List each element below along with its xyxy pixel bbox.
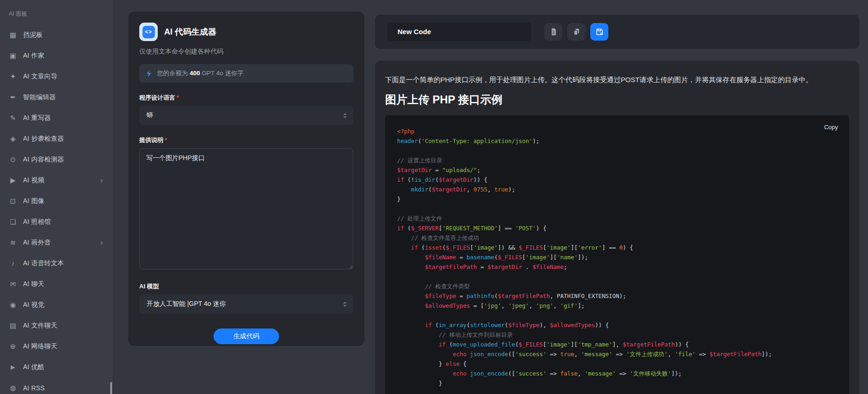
code-brackets-icon: <> (143, 26, 155, 38)
sidebar-scrollbar-thumb[interactable] (110, 382, 112, 394)
copy-icon (572, 28, 581, 36)
php-code: <?phpheader('Content-Type: application/j… (397, 126, 838, 388)
sidebar-item-label: AI 照相馆 (23, 218, 51, 226)
video-icon: ▶ (8, 176, 18, 185)
sidebar-item-label: AI 网络聊天 (23, 342, 58, 351)
code-generator-icon: <> (139, 23, 158, 41)
pencil-icon: ✎ (8, 114, 18, 122)
sidebar-item-label: AI 画外音 (23, 239, 51, 247)
feather-icon: ✒ (8, 93, 18, 101)
generated-output-panel: 下面是一个简单的PHP接口示例，用于处理图片上传。这个代码段将接受通过POST请… (375, 61, 859, 394)
rss-icon: ◍ (8, 384, 18, 392)
sidebar-item-label: AI 聊天 (23, 280, 44, 288)
file-chat-icon: ▤ (8, 322, 18, 330)
code-generator-panel: <> AI 代码生成器 仅使用文本命令创建各种代码 您的余额为 400 GPT … (128, 12, 364, 346)
language-select[interactable]: 蟒 (139, 106, 353, 125)
instructions-textarea[interactable]: 写一个图片PHP接口 (139, 148, 353, 269)
sidebar: AI 面板 ▦挡泥板▣AI 作家✦AI 文章向导✒智能编辑器✎AI 重写器◈AI… (0, 0, 113, 394)
sidebar-item[interactable]: ▣AI 作家 (0, 45, 113, 66)
sidebar-item-label: AI 重写器 (23, 114, 51, 122)
code-line: if (isset($_FILES['image']) && $_FILES['… (397, 243, 838, 252)
photo-studio-icon: ❏ (8, 218, 18, 226)
save-document-button[interactable] (590, 23, 608, 41)
sidebar-item-label: AI 作家 (23, 52, 44, 60)
code-title-input[interactable]: New Code (387, 23, 531, 41)
sidebar-item[interactable]: ✎AI 重写器 (0, 107, 113, 128)
sidebar-item[interactable]: ♪AI 语音转文本 (0, 253, 113, 274)
code-line: mkdir($targetDir, 0755, true); (397, 185, 838, 194)
code-line: if ($_SERVER['REQUEST_METHOD'] == 'POST'… (397, 223, 838, 233)
speech-to-text-icon: ♪ (8, 259, 18, 267)
sidebar-item[interactable]: ►AI 优酷 (0, 357, 113, 377)
code-line (397, 272, 838, 281)
chip-icon: ▣ (8, 52, 18, 60)
code-line: echo json_encode(['success' => true, 'me… (397, 349, 838, 359)
output-heading: 图片上传 PHP 接口示例 (385, 92, 849, 107)
sidebar-item[interactable]: ◈AI 抄袭检查器 (0, 128, 113, 149)
code-line: // 移动上传文件到目标目录 (397, 330, 838, 340)
chevron-right-icon: › (101, 177, 103, 184)
shield-check-icon: ◈ (8, 135, 18, 143)
dashboard-icon: ▦ (8, 31, 18, 39)
code-line: $allowedTypes = ['jpg', 'jpeg', 'png', '… (397, 301, 838, 310)
web-chat-icon: ⊕ (8, 342, 18, 351)
sidebar-item[interactable]: ✉AI 聊天 (0, 274, 113, 294)
sidebar-item[interactable]: ⊙AI 内容检测器 (0, 149, 113, 170)
panel-header: <> AI 代码生成器 (139, 23, 353, 41)
sidebar-item-label: AI 优酷 (23, 363, 44, 371)
sidebar-item-label: AI 内容检测器 (23, 155, 64, 164)
sidebar-nav: ▦挡泥板▣AI 作家✦AI 文章向导✒智能编辑器✎AI 重写器◈AI 抄袭检查器… (0, 24, 113, 394)
sidebar-item[interactable]: ◍AI RSS (0, 377, 113, 394)
sidebar-item[interactable]: ✦AI 文章向导 (0, 66, 113, 87)
model-select[interactable]: 开放人工智能 |GPT 4o 迷你 (139, 294, 353, 314)
sidebar-item[interactable]: ◉AI 视觉 (0, 294, 113, 315)
sparkles-icon: ✦ (8, 72, 18, 81)
code-line (397, 204, 838, 214)
sidebar-item-label: 智能编辑器 (23, 93, 56, 101)
code-line: $fileType = pathinfo($targetFilePath, PA… (397, 291, 838, 301)
detector-icon: ⊙ (8, 155, 18, 164)
lightning-icon (146, 70, 152, 77)
page-title: AI 代码生成器 (164, 26, 216, 37)
code-line: } (397, 378, 838, 388)
sidebar-item[interactable]: ⊡AI 图像 (0, 191, 113, 211)
sidebar-item-label: AI 视觉 (23, 301, 44, 309)
chevron-right-icon: › (101, 239, 103, 246)
sidebar-item[interactable]: ❏AI 照相馆 (0, 211, 113, 232)
sidebar-item[interactable]: ▤AI 文件聊天 (0, 315, 113, 336)
image-icon: ⊡ (8, 197, 18, 205)
chevron-updown-icon (343, 302, 347, 307)
code-line: if (in_array(strtolower($fileType), $all… (397, 320, 838, 330)
model-label: AI 模型 (139, 282, 353, 291)
document-icon (549, 28, 558, 36)
language-label: 程序设计语言* (139, 94, 353, 102)
sidebar-item-label: AI 视频 (23, 176, 44, 185)
sidebar-item-label: AI 语音转文本 (23, 259, 64, 268)
code-line: // 检查文件是否上传成功 (397, 233, 838, 243)
code-line (397, 310, 838, 320)
copy-document-button[interactable] (567, 23, 585, 41)
code-line: $fileName = basename($_FILES['image']['n… (397, 252, 838, 262)
sidebar-item[interactable]: ▶AI 视频› (0, 170, 113, 191)
sidebar-item[interactable]: ✒智能编辑器 (0, 87, 113, 107)
required-asterisk: * (177, 94, 179, 101)
chevron-updown-icon (343, 113, 347, 118)
code-line: // 处理上传文件 (397, 214, 838, 223)
sidebar-item[interactable]: ▦挡泥板 (0, 24, 113, 45)
copy-code-button[interactable]: Copy (824, 124, 838, 131)
new-document-button[interactable] (544, 23, 562, 41)
instructions-label: 提供说明* (139, 136, 353, 144)
sidebar-item[interactable]: ⊕AI 网络聊天 (0, 336, 113, 357)
generate-code-button[interactable]: 生成代码 (214, 328, 279, 344)
model-select-value: 开放人工智能 |GPT 4o 迷你 (147, 300, 226, 308)
balance-amount: 400 (190, 70, 200, 77)
code-line: $targetFilePath = $targetDir . $fileName… (397, 262, 838, 272)
code-line: if (!is_dir($targetDir)) { (397, 175, 838, 185)
balance-text: 您的余额为 400 GPT 4o 迷你字 (157, 69, 244, 78)
sidebar-item[interactable]: ≋AI 画外音› (0, 232, 113, 253)
waveform-icon: ≋ (8, 239, 18, 247)
sidebar-section-label: AI 面板 (0, 0, 113, 18)
code-line: if (move_uploaded_file($_FILES['image'][… (397, 340, 838, 349)
code-line: echo json_encode(['success' => false, 'm… (397, 369, 838, 378)
language-select-value: 蟒 (147, 111, 153, 119)
